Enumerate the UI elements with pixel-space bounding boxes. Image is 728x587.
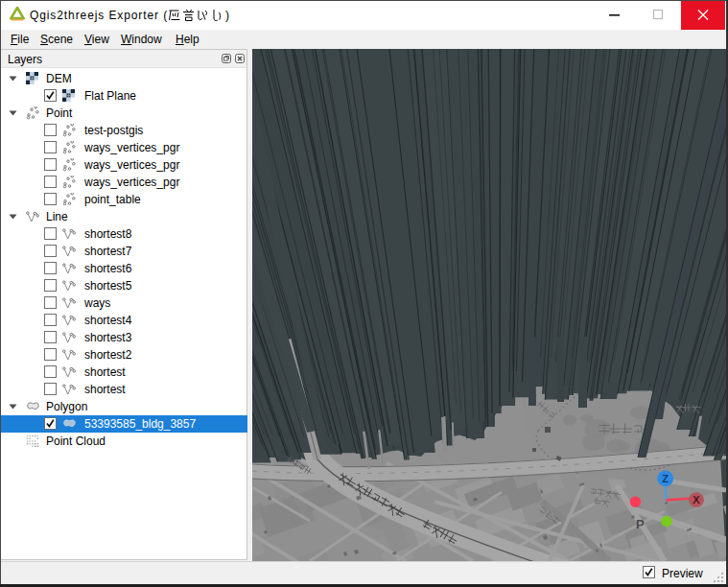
- svg-text:Z: Z: [662, 473, 669, 484]
- svg-text:X: X: [693, 494, 700, 505]
- svg-text:P: P: [636, 517, 645, 531]
